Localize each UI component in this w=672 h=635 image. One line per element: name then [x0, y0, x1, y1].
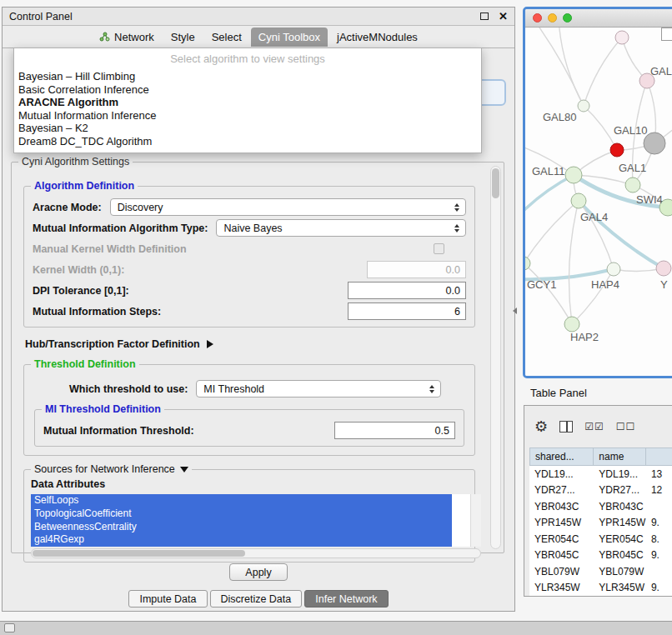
attribute-item[interactable]: gal4RGexp — [31, 533, 452, 547]
table-row[interactable]: YLR345WYLR345W9. — [529, 580, 672, 597]
chevron-right-icon — [207, 340, 213, 348]
sources-toggle[interactable]: Sources for Network Inference — [31, 463, 192, 475]
network-node[interactable] — [578, 100, 589, 112]
column-header[interactable]: shared... — [529, 448, 594, 466]
table-cell: YER054C — [594, 531, 646, 548]
dpi-tolerance-field[interactable]: 0.0 — [348, 282, 466, 299]
dropdown-item[interactable]: Dream8 DC_TDC Algorithm — [14, 135, 481, 148]
minimize-traffic-light[interactable] — [548, 13, 557, 22]
tab-label: Network — [114, 31, 154, 43]
attribute-item[interactable]: BetweennessCentrality — [31, 521, 452, 534]
kernel-width-row: Kernel Width (0,1): 0.0 — [31, 259, 468, 280]
mi-type-select[interactable]: Naive Bayes — [216, 219, 466, 237]
table-cell: 12 — [646, 482, 672, 499]
table-cell: YBL079W — [594, 563, 646, 580]
mi-threshold-definition-group: MI Threshold Definition Mutual Informati… — [34, 409, 464, 447]
group-title: Threshold Definition — [31, 358, 139, 370]
table-cell: YDR27... — [594, 482, 646, 499]
dpi-tolerance-label: DPI Tolerance [0,1]: — [33, 285, 129, 297]
hub-definition-toggle[interactable]: Hub/Transcription Factor Definition — [25, 338, 474, 351]
network-node[interactable] — [565, 167, 582, 183]
table-cell: 9. — [646, 580, 672, 597]
threshold-definition-group: Threshold Definition Which threshold to … — [23, 364, 475, 456]
selected-value: Naive Bayes — [223, 222, 452, 234]
network-node[interactable] — [564, 317, 579, 332]
list-horizontal-scrollbar[interactable] — [31, 548, 481, 558]
tab-cyni-toolbox[interactable]: Cyni Toolbox — [251, 28, 328, 47]
network-node[interactable] — [610, 143, 624, 157]
column-header[interactable]: name — [594, 448, 646, 466]
mi-threshold-field[interactable]: 0.5 — [334, 422, 455, 439]
table-header-row: shared...name — [529, 448, 672, 466]
kernel-width-field[interactable]: 0.0 — [367, 261, 466, 278]
table-panel-window: ⚙ ☑☑ ☐☐ shared...name YDL19...YDL19...13… — [524, 405, 672, 597]
tab-style[interactable]: Style — [163, 28, 203, 47]
tab-label: jActiveMNodules — [337, 31, 418, 43]
restore-panel-icon[interactable] — [4, 623, 15, 632]
close-icon[interactable]: ✕ — [499, 11, 508, 22]
attribute-item[interactable]: SelfLoops — [31, 494, 452, 508]
network-node[interactable] — [615, 31, 629, 44]
network-icon — [99, 32, 110, 42]
network-node[interactable] — [525, 257, 530, 270]
which-threshold-select[interactable]: MI Threshold — [196, 380, 441, 398]
cyni-algorithm-settings-group: Cyni Algorithm Settings Algorithm Defini… — [11, 162, 504, 553]
tab-network[interactable]: Network — [92, 28, 162, 47]
node-label: HAP4 — [591, 278, 619, 291]
table-cell: YDL19... — [594, 466, 646, 482]
network-node[interactable] — [571, 193, 586, 208]
aracne-mode-select[interactable]: Discovery — [110, 198, 466, 216]
settings-vertical-scrollbar[interactable] — [490, 166, 501, 549]
network-edge — [525, 175, 574, 221]
network-node[interactable] — [656, 261, 671, 276]
select-all-checks-icon[interactable]: ☑☑ — [584, 421, 604, 432]
table-body: YDL19...YDL19...13YDR27...YDR27...12YBR0… — [529, 466, 672, 596]
table-row[interactable]: YER054CYER054C8. — [529, 531, 672, 548]
network-node[interactable] — [607, 262, 620, 276]
table-row[interactable]: YBL079WYBL079W — [529, 563, 672, 580]
manual-kernel-checkbox[interactable] — [434, 243, 444, 254]
columns-icon[interactable] — [559, 421, 573, 432]
column-header[interactable] — [646, 448, 672, 466]
which-threshold-row: Which threshold to use: MI Threshold — [69, 378, 464, 399]
table-row[interactable]: YPR145WYPR145W9. — [529, 515, 672, 532]
float-window-icon[interactable] — [480, 12, 489, 20]
data-attributes-list[interactable]: SelfLoopsTopologicalCoefficientBetweenne… — [31, 494, 481, 547]
panel-collapse-arrow[interactable] — [513, 308, 517, 314]
table-row[interactable]: YBR045CYBR045C9. — [529, 548, 672, 564]
zoom-traffic-light[interactable] — [563, 13, 572, 22]
dropdown-item-selected[interactable]: ARACNE Algorithm — [14, 96, 481, 109]
close-traffic-light[interactable] — [533, 13, 542, 22]
table-cell: YDR27... — [529, 482, 594, 499]
scrollbar-thumb[interactable] — [492, 168, 499, 198]
dropdown-item[interactable]: Mutual Information Inference — [14, 109, 481, 122]
dropdown-item[interactable]: Bayesian – Hill Climbing — [14, 70, 481, 83]
gear-icon[interactable]: ⚙ — [534, 419, 548, 434]
table-row[interactable]: YDR27...YDR27...12 — [529, 482, 672, 499]
attribute-item[interactable]: TopologicalCoefficient — [31, 508, 452, 521]
dropdown-item[interactable]: Bayesian – K2 — [14, 122, 481, 135]
apply-button[interactable]: Apply — [229, 563, 288, 581]
tab-select[interactable]: Select — [204, 28, 249, 47]
network-node[interactable] — [625, 178, 640, 192]
dropdown-item[interactable]: Basic Correlation Inference — [14, 83, 481, 97]
network-canvas[interactable]: GALGAL80GAL10GAL11GAL1SWI4GAL4GCY1HAP4YH… — [525, 28, 672, 376]
control-panel-window: Control Panel ✕ Network Style Select Cyn… — [2, 7, 515, 612]
selected-value: MI Threshold — [203, 383, 427, 395]
node-label: GAL10 — [614, 124, 647, 137]
table-cell: YER054C — [529, 531, 594, 548]
table-row[interactable]: YBR043CYBR043C — [529, 498, 672, 515]
scrollbar-thumb[interactable] — [33, 550, 245, 557]
tab-impute-data[interactable]: Impute Data — [128, 590, 207, 608]
network-view-window: GALGAL80GAL10GAL11GAL1SWI4GAL4GCY1HAP4YH… — [523, 7, 672, 378]
combo-arrows-icon — [427, 385, 437, 393]
deselect-all-checks-icon[interactable]: ☐☐ — [616, 421, 636, 432]
tab-infer-network[interactable]: Infer Network — [304, 590, 388, 608]
mi-steps-field[interactable]: 6 — [348, 302, 466, 320]
canvas-toolbox-fragment[interactable] — [661, 28, 672, 41]
tab-discretize-data[interactable]: Discretize Data — [210, 590, 303, 608]
tab-jactivemnodules[interactable]: jActiveMNodules — [329, 28, 425, 47]
table-cell — [646, 563, 672, 580]
list-vertical-scrollbar[interactable] — [470, 494, 481, 547]
table-row[interactable]: YDL19...YDL19...13 — [529, 466, 672, 482]
